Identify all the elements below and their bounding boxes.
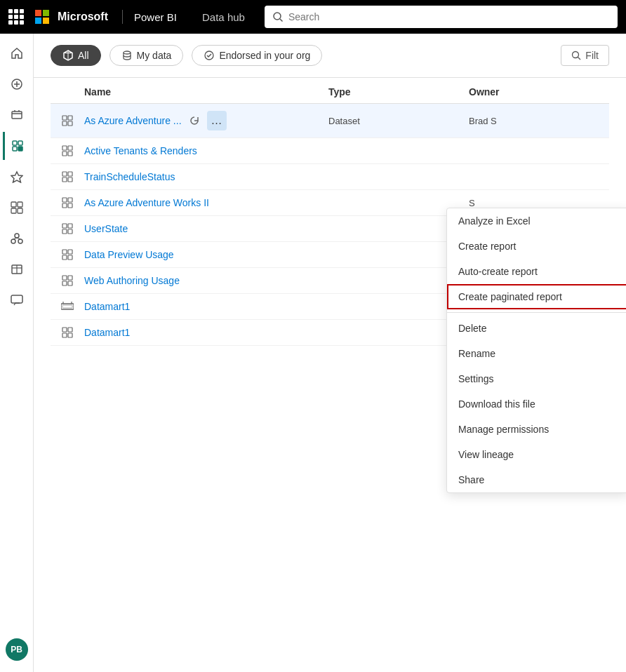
microsoft-logo	[35, 10, 49, 24]
menu-item-download[interactable]: Download this file	[447, 391, 626, 417]
svg-rect-59	[62, 281, 67, 285]
waffle-menu-icon[interactable]	[8, 9, 24, 25]
row-name: TrainScheduleStatus	[84, 171, 328, 182]
row-name: UserState	[84, 223, 328, 234]
svg-rect-62	[62, 305, 72, 308]
menu-item-create-paginated-report[interactable]: Create paginated report	[447, 284, 626, 309]
svg-rect-44	[68, 177, 72, 182]
cube-icon	[62, 50, 74, 61]
table-header: Name Type Owner	[51, 78, 609, 104]
svg-rect-13	[18, 147, 22, 151]
menu-item-share[interactable]: Share	[447, 467, 626, 492]
row-icon	[51, 115, 84, 126]
filter-all-label: All	[78, 50, 89, 61]
svg-rect-57	[62, 276, 67, 280]
sidebar-item-create[interactable]	[3, 70, 31, 98]
sidebar-item-learn[interactable]	[3, 255, 31, 283]
table-row[interactable]: As Azure Adventure ... … Dataset Brad S	[51, 104, 609, 138]
sidebar-item-apps[interactable]	[3, 194, 31, 222]
search-input[interactable]	[288, 11, 609, 22]
filter-search-label: Filt	[585, 50, 599, 61]
sidebar-item-browse[interactable]	[3, 101, 31, 129]
svg-rect-68	[68, 333, 72, 337]
svg-point-19	[11, 239, 15, 243]
row-icon	[51, 145, 84, 156]
svg-rect-51	[62, 229, 67, 234]
svg-rect-52	[68, 229, 72, 234]
svg-point-31	[573, 52, 579, 58]
svg-rect-16	[11, 208, 16, 213]
row-name: As Azure Adventure ...	[84, 115, 182, 126]
svg-rect-12	[13, 147, 17, 151]
content-area: All My data Endorsed in your org	[34, 34, 626, 672]
sidebar-item-chat[interactable]	[3, 286, 31, 314]
svg-point-29	[124, 51, 131, 54]
svg-rect-37	[62, 146, 67, 150]
svg-rect-66	[68, 328, 72, 332]
svg-rect-38	[68, 146, 72, 150]
menu-item-delete[interactable]: Delete	[447, 316, 626, 341]
svg-rect-46	[68, 198, 72, 202]
row-type: Dataset	[328, 116, 469, 126]
svg-rect-67	[62, 333, 67, 337]
svg-rect-47	[62, 203, 67, 208]
svg-rect-11	[18, 141, 22, 145]
row-name: Datamart1	[84, 301, 328, 312]
svg-rect-53	[62, 250, 67, 254]
menu-item-analyze-excel[interactable]: Analyze in Excel	[447, 208, 626, 234]
svg-point-4	[274, 13, 281, 20]
svg-point-20	[18, 239, 22, 243]
context-menu: Analyze in Excel Create report Auto-crea…	[446, 208, 626, 493]
table-row[interactable]: TrainScheduleStatus	[51, 164, 609, 190]
sidebar-item-home[interactable]	[3, 39, 31, 67]
svg-rect-26	[11, 295, 22, 303]
svg-line-22	[17, 238, 20, 239]
menu-divider	[447, 312, 626, 313]
filter-endorsed-label: Endorsed in your org	[219, 50, 310, 61]
refresh-icon[interactable]	[187, 114, 201, 128]
row-icon	[51, 249, 84, 260]
col-type: Type	[328, 86, 469, 98]
row-name: As Azure Adventure Works II	[84, 197, 328, 208]
svg-rect-58	[68, 276, 72, 280]
row-icon	[51, 197, 84, 208]
user-avatar[interactable]: PB	[6, 638, 28, 661]
main-layout: PB All My data	[0, 34, 626, 672]
col-name: Name	[84, 86, 328, 98]
nav-section-separator	[188, 11, 191, 23]
svg-rect-15	[18, 202, 22, 207]
filter-search-btn[interactable]: Filt	[561, 45, 609, 66]
table-row[interactable]: Active Tenants & Renders	[51, 138, 609, 164]
menu-item-settings[interactable]: Settings	[447, 366, 626, 391]
menu-item-view-lineage[interactable]: View lineage	[447, 442, 626, 467]
filter-mydata[interactable]: My data	[109, 45, 184, 66]
more-options-button[interactable]: …	[207, 111, 227, 130]
row-icon	[51, 171, 84, 182]
svg-rect-42	[68, 172, 72, 176]
menu-item-manage-permissions[interactable]: Manage permissions	[447, 417, 626, 442]
svg-rect-39	[62, 152, 67, 156]
svg-rect-54	[68, 250, 72, 254]
svg-rect-1	[43, 10, 49, 16]
sidebar-item-deployment[interactable]	[3, 224, 31, 253]
row-owner: S	[469, 198, 609, 208]
sidebar-item-datahub[interactable]	[3, 132, 31, 160]
filter-all[interactable]: All	[51, 45, 101, 66]
filter-mydata-label: My data	[137, 50, 172, 61]
row-icon	[51, 327, 84, 338]
svg-rect-60	[68, 281, 72, 285]
row-icon	[51, 275, 84, 286]
svg-rect-65	[62, 328, 67, 332]
filter-endorsed[interactable]: Endorsed in your org	[192, 45, 322, 66]
svg-rect-17	[18, 208, 22, 213]
sidebar-item-metrics[interactable]	[3, 163, 31, 191]
menu-item-auto-create-report[interactable]: Auto-create report	[447, 259, 626, 284]
brand-name: Microsoft	[58, 11, 108, 23]
svg-rect-36	[68, 121, 72, 126]
menu-item-rename[interactable]: Rename	[447, 341, 626, 366]
svg-rect-40	[68, 152, 72, 156]
search-bar[interactable]	[265, 6, 618, 28]
menu-item-create-report[interactable]: Create report	[447, 234, 626, 259]
svg-rect-0	[35, 10, 41, 16]
svg-rect-56	[68, 255, 72, 260]
